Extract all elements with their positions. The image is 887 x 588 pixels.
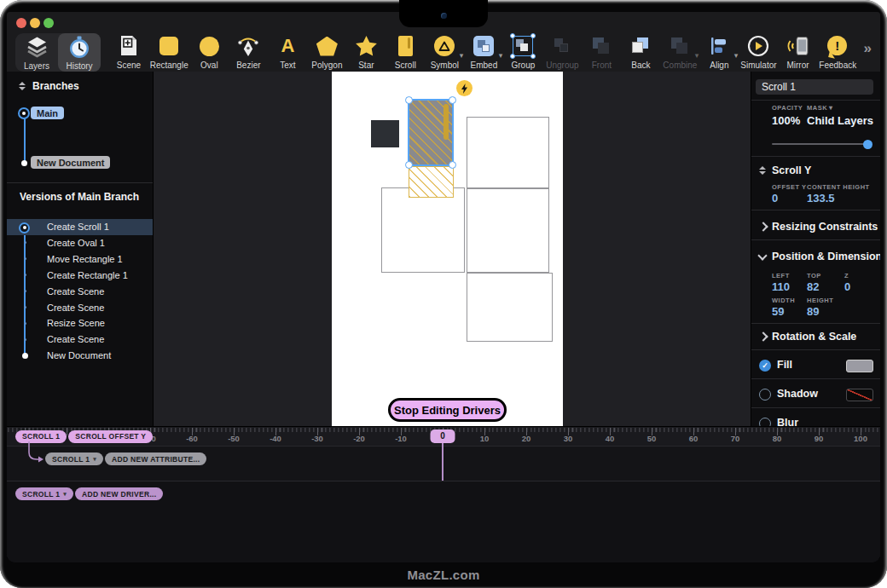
canvas-dark-rectangle[interactable]	[371, 120, 399, 147]
dropdown-caret-icon: ▾	[695, 52, 699, 60]
zoom-window-button[interactable]	[43, 18, 54, 28]
tool-label: Scene	[117, 61, 141, 70]
version-item[interactable]: Create Scene	[7, 283, 153, 299]
resizing-constraints-section[interactable]: Resizing Constraints	[772, 221, 878, 233]
chevron-right-icon[interactable]	[758, 222, 768, 231]
opacity-slider-knob[interactable]	[863, 140, 873, 149]
version-item[interactable]: New Document	[7, 348, 153, 364]
shadow-swatch[interactable]	[846, 389, 873, 401]
version-item[interactable]: Resize Scene	[7, 315, 153, 331]
version-item[interactable]: Create Scroll 1	[7, 219, 153, 235]
chevron-right-icon[interactable]	[758, 331, 768, 341]
tool-scroll[interactable]: Scroll	[386, 33, 425, 70]
tool-history[interactable]: History	[58, 33, 101, 72]
tool-mirror[interactable]: Mirror	[779, 33, 818, 70]
version-marker	[24, 338, 26, 341]
opacity-slider[interactable]	[772, 143, 871, 145]
history-sidebar: Branches Main New Document Versions of M…	[7, 72, 154, 426]
content-height-value[interactable]: 133.5	[807, 192, 835, 205]
position-dimensions-section[interactable]: Position & Dimensions	[772, 251, 880, 262]
tool-oval[interactable]: Oval	[189, 33, 229, 70]
version-item[interactable]: Move Rectangle 1	[7, 251, 153, 267]
ruler-tick-label: -40	[270, 434, 281, 443]
text-icon: A	[275, 33, 299, 59]
version-item[interactable]: Create Oval 1	[7, 234, 153, 251]
pill-scroll-offset-y[interactable]: SCROLL OFFSET Y	[68, 430, 153, 443]
playhead-line[interactable]	[442, 443, 444, 481]
scroll-axis-icon[interactable]	[759, 166, 766, 175]
version-item[interactable]: Create Scene	[7, 299, 153, 315]
version-item[interactable]: Create Rectangle 1	[7, 267, 153, 283]
tool-star[interactable]: Star	[346, 33, 386, 70]
canvas-outline-rect-1[interactable]	[467, 117, 549, 188]
height-value[interactable]: 89	[807, 305, 819, 318]
tool-simulator[interactable]: Simulator	[739, 33, 778, 70]
canvas-outline-rect-2[interactable]	[381, 187, 465, 273]
opacity-value[interactable]: 100%	[772, 114, 800, 127]
pill-label: SCROLL 1	[52, 455, 90, 464]
pill-add-new-driver[interactable]: ADD NEW DRIVER...	[75, 487, 163, 500]
toolbar-overflow-chevron-icon[interactable]: »	[864, 40, 872, 57]
tool-embed[interactable]: ▾Embed	[464, 33, 503, 70]
playhead-value-badge[interactable]: 0	[431, 429, 455, 443]
artboard[interactable]: Stop Editing Drivers	[332, 72, 563, 426]
back-icon	[629, 33, 652, 59]
blur-checkbox[interactable]	[759, 418, 771, 426]
tool-align[interactable]: ▾Align	[699, 33, 739, 70]
fill-swatch[interactable]	[846, 360, 873, 372]
pill-scroll-1[interactable]: SCROLL 1▾	[45, 453, 103, 465]
tool-label: Embed	[471, 61, 498, 70]
version-item[interactable]: Create Scene	[7, 331, 153, 348]
tool-group[interactable]: Group	[503, 33, 542, 70]
selection-handle[interactable]	[449, 96, 456, 104]
canvas-outline-rect-4[interactable]	[467, 273, 553, 342]
driver-lightning-badge[interactable]	[456, 80, 472, 96]
offset-y-label: OFFSET Y	[772, 183, 807, 191]
selected-scroll-layer[interactable]	[408, 99, 454, 166]
stop-editing-drivers-button[interactable]: Stop Editing Drivers	[388, 398, 507, 422]
layers-history-group: LayersHistory	[15, 33, 101, 72]
pill-scroll-1[interactable]: SCROLL 1▾	[15, 487, 73, 500]
tool-back[interactable]: Back	[621, 33, 660, 70]
selection-handle[interactable]	[405, 161, 413, 169]
tool-layers[interactable]: Layers	[15, 33, 58, 72]
tool-polygon[interactable]: Polygon	[307, 33, 346, 70]
canvas[interactable]: Stop Editing Drivers	[154, 72, 751, 426]
z-label: Z	[844, 272, 849, 280]
width-value[interactable]: 59	[772, 305, 784, 318]
tool-label: History	[66, 61, 92, 71]
chevron-down-icon[interactable]	[757, 251, 767, 260]
top-value[interactable]: 82	[807, 280, 819, 293]
ruler-tick-label: 60	[689, 434, 699, 443]
fill-checkbox[interactable]: ✓	[759, 360, 771, 372]
z-value[interactable]: 0	[844, 280, 850, 293]
layer-name-field[interactable]: Scroll 1	[756, 79, 873, 95]
attribute-pills: SCROLL 1▾ADD NEW ATTRIBUTE...	[45, 453, 206, 465]
scroll-y-title: Scroll Y	[772, 164, 811, 176]
shadow-checkbox[interactable]	[759, 389, 771, 401]
tool-combine: ▾Combine	[660, 33, 699, 70]
rotation-scale-section[interactable]: Rotation & Scale	[772, 331, 856, 343]
align-icon: ▾	[707, 33, 731, 59]
tool-bezier[interactable]: Bezier	[229, 33, 268, 70]
tool-symbol[interactable]: ▾Symbol	[425, 33, 464, 70]
tool-label: Simulator	[740, 61, 776, 70]
tool-text[interactable]: AText	[268, 33, 307, 70]
minimize-window-button[interactable]	[30, 18, 40, 28]
offset-y-value[interactable]: 0	[772, 192, 778, 205]
canvas-outline-rect-3[interactable]	[467, 188, 549, 273]
selection-handle[interactable]	[405, 96, 413, 104]
ruler-tick-label: 50	[647, 434, 657, 443]
tool-feedback[interactable]: !Feedback	[818, 33, 858, 70]
tool-scene[interactable]: Scene	[109, 33, 148, 70]
mask-value[interactable]: Child Layers	[807, 114, 873, 127]
mirror-icon	[786, 33, 810, 59]
selection-handle[interactable]	[449, 161, 456, 169]
dropdown-caret-icon: ▾	[460, 52, 464, 60]
close-window-button[interactable]	[16, 18, 26, 28]
history-icon	[67, 34, 91, 60]
left-value[interactable]: 110	[772, 280, 790, 293]
tool-rectangle[interactable]: Rectangle	[148, 33, 189, 70]
tool-label: Rectangle	[150, 61, 188, 70]
pill-add-new-attribute[interactable]: ADD NEW ATTRIBUTE...	[105, 453, 206, 465]
